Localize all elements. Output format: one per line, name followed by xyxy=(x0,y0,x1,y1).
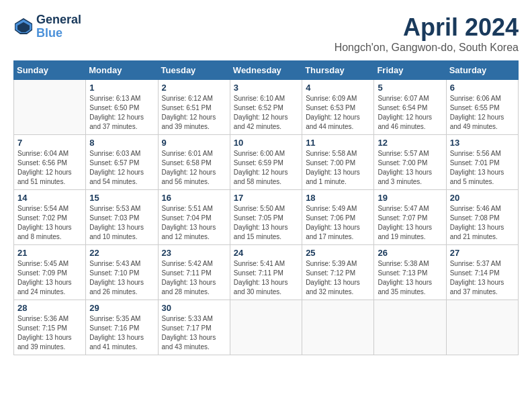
day-number: 11 xyxy=(306,138,370,148)
logo-icon xyxy=(13,17,34,37)
location-title: Hongch'on, Gangwon-do, South Korea xyxy=(335,42,519,54)
day-info: Sunrise: 5:56 AM Sunset: 7:01 PM Dayligh… xyxy=(450,149,515,187)
calendar-cell: 27Sunrise: 5:37 AM Sunset: 7:14 PM Dayli… xyxy=(446,245,518,300)
day-number: 15 xyxy=(89,193,154,203)
day-info: Sunrise: 5:53 AM Sunset: 7:03 PM Dayligh… xyxy=(89,204,154,242)
calendar-cell: 12Sunrise: 5:57 AM Sunset: 7:00 PM Dayli… xyxy=(374,135,446,190)
calendar-cell: 19Sunrise: 5:47 AM Sunset: 7:07 PM Dayli… xyxy=(374,190,446,245)
day-info: Sunrise: 5:49 AM Sunset: 7:06 PM Dayligh… xyxy=(306,204,370,242)
day-number: 20 xyxy=(450,193,515,203)
calendar-cell xyxy=(374,300,446,355)
day-info: Sunrise: 5:58 AM Sunset: 7:00 PM Dayligh… xyxy=(306,149,370,187)
day-number: 25 xyxy=(306,248,370,258)
day-info: Sunrise: 6:07 AM Sunset: 6:54 PM Dayligh… xyxy=(378,94,442,132)
calendar-cell: 15Sunrise: 5:53 AM Sunset: 7:03 PM Dayli… xyxy=(86,190,158,245)
week-row-4: 21Sunrise: 5:45 AM Sunset: 7:09 PM Dayli… xyxy=(14,245,519,300)
day-info: Sunrise: 5:47 AM Sunset: 7:07 PM Dayligh… xyxy=(378,204,442,242)
day-info: Sunrise: 6:04 AM Sunset: 6:56 PM Dayligh… xyxy=(17,149,82,187)
calendar-cell: 8Sunrise: 6:03 AM Sunset: 6:57 PM Daylig… xyxy=(86,135,158,190)
calendar-cell: 14Sunrise: 5:54 AM Sunset: 7:02 PM Dayli… xyxy=(14,190,86,245)
day-number: 30 xyxy=(162,303,226,313)
weekday-header-saturday: Saturday xyxy=(446,61,518,80)
day-info: Sunrise: 5:54 AM Sunset: 7:02 PM Dayligh… xyxy=(17,204,82,242)
day-info: Sunrise: 6:03 AM Sunset: 6:57 PM Dayligh… xyxy=(89,149,154,187)
logo-line1: General xyxy=(36,13,81,27)
day-info: Sunrise: 5:36 AM Sunset: 7:15 PM Dayligh… xyxy=(17,314,82,352)
calendar-cell xyxy=(446,300,518,355)
day-number: 4 xyxy=(306,83,370,93)
calendar-cell: 18Sunrise: 5:49 AM Sunset: 7:06 PM Dayli… xyxy=(302,190,374,245)
calendar-cell xyxy=(302,300,374,355)
calendar-cell: 21Sunrise: 5:45 AM Sunset: 7:09 PM Dayli… xyxy=(14,245,86,300)
day-number: 10 xyxy=(234,138,298,148)
weekday-header-wednesday: Wednesday xyxy=(230,61,302,80)
calendar-cell: 30Sunrise: 5:33 AM Sunset: 7:17 PM Dayli… xyxy=(158,300,230,355)
day-info: Sunrise: 6:09 AM Sunset: 6:53 PM Dayligh… xyxy=(306,94,370,132)
weekday-header-row: SundayMondayTuesdayWednesdayThursdayFrid… xyxy=(14,61,519,80)
day-info: Sunrise: 6:12 AM Sunset: 6:51 PM Dayligh… xyxy=(162,94,226,132)
calendar-cell: 29Sunrise: 5:35 AM Sunset: 7:16 PM Dayli… xyxy=(86,300,158,355)
weekday-header-tuesday: Tuesday xyxy=(158,61,230,80)
calendar-cell xyxy=(230,300,302,355)
calendar-cell: 5Sunrise: 6:07 AM Sunset: 6:54 PM Daylig… xyxy=(374,80,446,135)
day-info: Sunrise: 5:51 AM Sunset: 7:04 PM Dayligh… xyxy=(162,204,226,242)
calendar-cell: 9Sunrise: 6:01 AM Sunset: 6:58 PM Daylig… xyxy=(158,135,230,190)
day-info: Sunrise: 6:01 AM Sunset: 6:58 PM Dayligh… xyxy=(162,149,226,187)
day-info: Sunrise: 5:45 AM Sunset: 7:09 PM Dayligh… xyxy=(17,259,82,297)
day-info: Sunrise: 5:33 AM Sunset: 7:17 PM Dayligh… xyxy=(162,314,226,352)
weekday-header-monday: Monday xyxy=(86,61,158,80)
calendar-cell: 20Sunrise: 5:46 AM Sunset: 7:08 PM Dayli… xyxy=(446,190,518,245)
calendar-cell: 3Sunrise: 6:10 AM Sunset: 6:52 PM Daylig… xyxy=(230,80,302,135)
day-number: 23 xyxy=(162,248,226,258)
day-info: Sunrise: 6:00 AM Sunset: 6:59 PM Dayligh… xyxy=(234,149,298,187)
month-title: April 2024 xyxy=(335,13,519,42)
weekday-header-sunday: Sunday xyxy=(14,61,86,80)
day-number: 28 xyxy=(17,303,82,313)
calendar-cell: 6Sunrise: 6:06 AM Sunset: 6:55 PM Daylig… xyxy=(446,80,518,135)
day-number: 2 xyxy=(162,83,226,93)
day-info: Sunrise: 5:50 AM Sunset: 7:05 PM Dayligh… xyxy=(234,204,298,242)
day-number: 12 xyxy=(378,138,442,148)
day-number: 16 xyxy=(162,193,226,203)
calendar-cell: 7Sunrise: 6:04 AM Sunset: 6:56 PM Daylig… xyxy=(14,135,86,190)
calendar-cell: 28Sunrise: 5:36 AM Sunset: 7:15 PM Dayli… xyxy=(14,300,86,355)
calendar-cell: 10Sunrise: 6:00 AM Sunset: 6:59 PM Dayli… xyxy=(230,135,302,190)
calendar-cell: 26Sunrise: 5:38 AM Sunset: 7:13 PM Dayli… xyxy=(374,245,446,300)
day-number: 26 xyxy=(378,248,442,258)
calendar-cell: 23Sunrise: 5:42 AM Sunset: 7:11 PM Dayli… xyxy=(158,245,230,300)
day-number: 14 xyxy=(17,193,82,203)
calendar-cell: 22Sunrise: 5:43 AM Sunset: 7:10 PM Dayli… xyxy=(86,245,158,300)
day-info: Sunrise: 5:42 AM Sunset: 7:11 PM Dayligh… xyxy=(162,259,226,297)
week-row-1: 1Sunrise: 6:13 AM Sunset: 6:50 PM Daylig… xyxy=(14,80,519,135)
calendar-cell: 4Sunrise: 6:09 AM Sunset: 6:53 PM Daylig… xyxy=(302,80,374,135)
calendar-cell: 13Sunrise: 5:56 AM Sunset: 7:01 PM Dayli… xyxy=(446,135,518,190)
day-info: Sunrise: 5:35 AM Sunset: 7:16 PM Dayligh… xyxy=(89,314,154,352)
day-number: 8 xyxy=(89,138,154,148)
day-number: 9 xyxy=(162,138,226,148)
weekday-header-friday: Friday xyxy=(374,61,446,80)
day-number: 24 xyxy=(234,248,298,258)
calendar-cell: 16Sunrise: 5:51 AM Sunset: 7:04 PM Dayli… xyxy=(158,190,230,245)
day-number: 7 xyxy=(17,138,82,148)
week-row-5: 28Sunrise: 5:36 AM Sunset: 7:15 PM Dayli… xyxy=(14,300,519,355)
day-number: 6 xyxy=(450,83,515,93)
day-number: 5 xyxy=(378,83,442,93)
day-number: 13 xyxy=(450,138,515,148)
calendar-cell: 2Sunrise: 6:12 AM Sunset: 6:51 PM Daylig… xyxy=(158,80,230,135)
calendar-cell: 11Sunrise: 5:58 AM Sunset: 7:00 PM Dayli… xyxy=(302,135,374,190)
day-number: 27 xyxy=(450,248,515,258)
calendar-cell: 25Sunrise: 5:39 AM Sunset: 7:12 PM Dayli… xyxy=(302,245,374,300)
calendar-cell: 17Sunrise: 5:50 AM Sunset: 7:05 PM Dayli… xyxy=(230,190,302,245)
day-info: Sunrise: 6:10 AM Sunset: 6:52 PM Dayligh… xyxy=(234,94,298,132)
day-number: 3 xyxy=(234,83,298,93)
day-info: Sunrise: 5:37 AM Sunset: 7:14 PM Dayligh… xyxy=(450,259,515,297)
day-number: 22 xyxy=(89,248,154,258)
logo: General Blue xyxy=(13,13,81,40)
day-info: Sunrise: 6:13 AM Sunset: 6:50 PM Dayligh… xyxy=(89,94,154,132)
day-info: Sunrise: 6:06 AM Sunset: 6:55 PM Dayligh… xyxy=(450,94,515,132)
day-number: 21 xyxy=(17,248,82,258)
week-row-3: 14Sunrise: 5:54 AM Sunset: 7:02 PM Dayli… xyxy=(14,190,519,245)
weekday-header-thursday: Thursday xyxy=(302,61,374,80)
calendar-cell xyxy=(14,80,86,135)
calendar-cell: 24Sunrise: 5:41 AM Sunset: 7:11 PM Dayli… xyxy=(230,245,302,300)
